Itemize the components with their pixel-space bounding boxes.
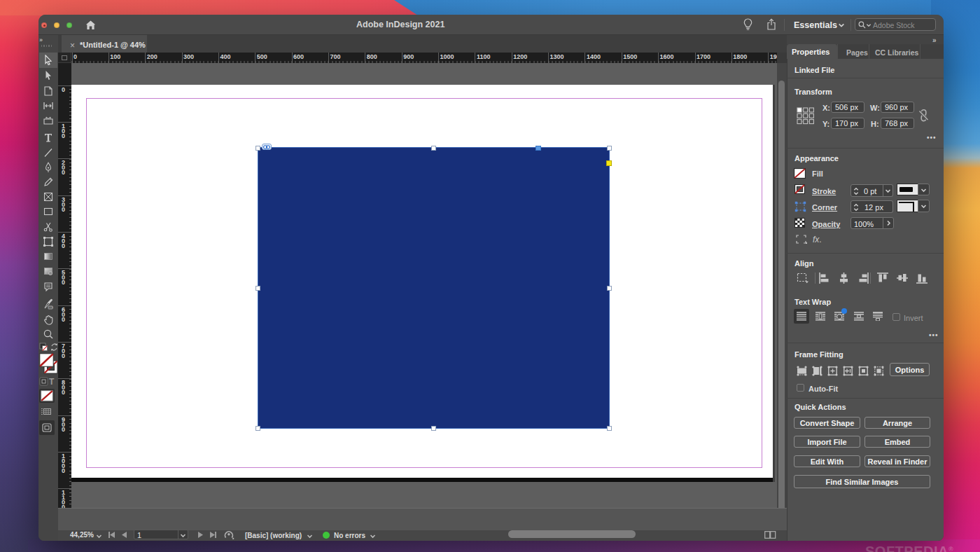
svg-text:CCL: CCL xyxy=(49,306,54,309)
